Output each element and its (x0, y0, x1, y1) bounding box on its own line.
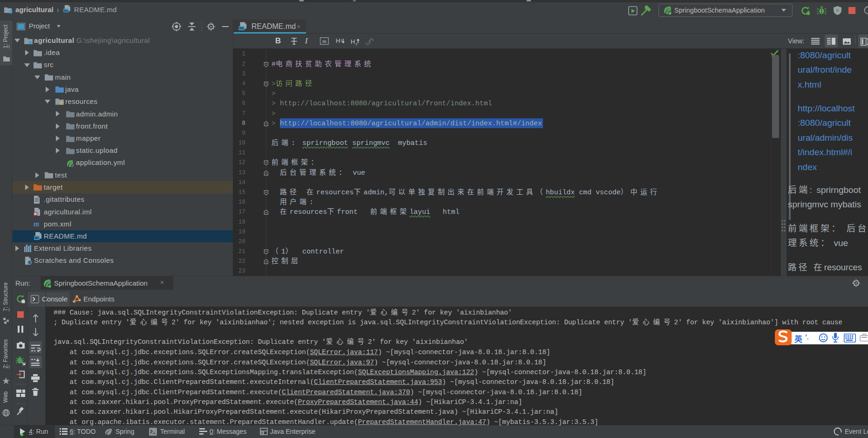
svg-text:m: m (322, 38, 326, 44)
svg-text:H: H (351, 38, 355, 45)
svg-text:MD: MD (64, 9, 68, 12)
svg-text:MD: MD (34, 236, 39, 240)
svg-text:MD: MD (239, 27, 244, 30)
svg-text:H: H (336, 37, 340, 44)
svg-text:J: J (261, 431, 263, 435)
svg-text:1: 1 (355, 42, 358, 45)
